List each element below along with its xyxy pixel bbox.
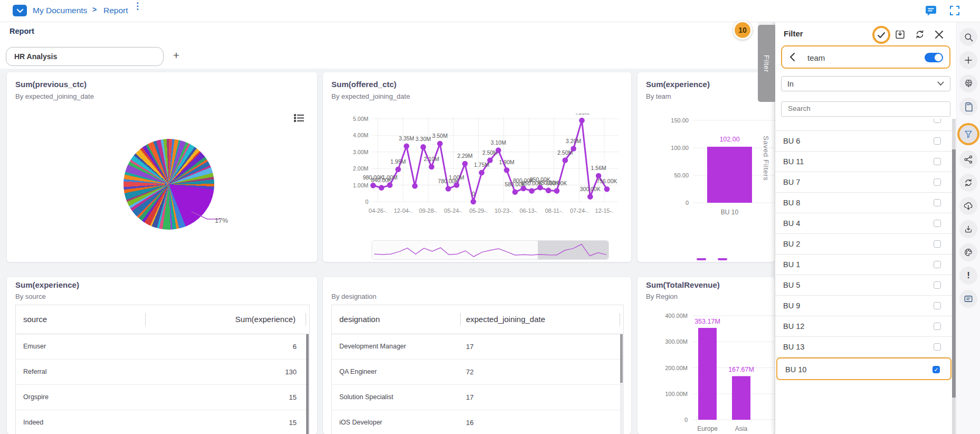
chat-icon[interactable] xyxy=(925,5,937,18)
download-icon[interactable] xyxy=(959,220,977,238)
filter-item-bu-1[interactable]: BU 1 xyxy=(775,254,953,275)
memory-card-icon[interactable] xyxy=(959,98,977,116)
checkbox[interactable] xyxy=(934,158,941,165)
checkbox[interactable] xyxy=(934,240,941,248)
search-input[interactable] xyxy=(787,104,937,113)
svg-text:3.20M: 3.20M xyxy=(566,138,581,144)
table-row[interactable]: Emuser6 xyxy=(16,334,309,360)
checkbox[interactable]: ✓ xyxy=(933,366,940,373)
table-row[interactable]: Referral130 xyxy=(16,360,309,385)
filter-item-bu-9[interactable]: BU 9 xyxy=(775,296,953,316)
table-row[interactable]: QA Engineer72 xyxy=(332,360,623,385)
cell-value: 6 xyxy=(293,343,297,351)
refresh-filter-icon[interactable] xyxy=(914,28,926,41)
region-bar-chart[interactable]: 0100.00M200.00M300.00M400.00M353.17MEuro… xyxy=(638,308,775,434)
share-icon[interactable] xyxy=(959,150,977,168)
svg-text:0: 0 xyxy=(686,200,689,206)
filter-item-bu-10[interactable]: BU 10✓ xyxy=(776,357,952,380)
cloud-download-icon[interactable] xyxy=(959,197,977,215)
svg-text:2.50M: 2.50M xyxy=(482,149,498,156)
close-filter-icon[interactable] xyxy=(933,28,945,41)
line-chart[interactable]: 01.00M2.00M3.00M4.00M5.00M04-26-.12-04-.… xyxy=(334,114,629,224)
column-header-source[interactable]: source xyxy=(23,315,47,324)
breadcrumb-report[interactable]: Report xyxy=(103,6,128,15)
column-header-sum-experience[interactable]: Sum(experience) xyxy=(235,315,296,324)
filter-item-bu-8[interactable]: BU 8 xyxy=(775,193,953,213)
filter-search-box[interactable] xyxy=(781,101,950,117)
saved-filters-side-tab[interactable]: Saved Filters xyxy=(759,129,773,187)
svg-text:1.90M: 1.90M xyxy=(499,159,515,165)
column-divider xyxy=(620,313,620,326)
checkbox[interactable] xyxy=(934,119,941,123)
filter-field-card[interactable]: team xyxy=(781,45,950,69)
table-row[interactable]: Solution Specialist17 xyxy=(332,385,623,410)
checkbox[interactable] xyxy=(934,302,941,309)
table-row[interactable]: iOS Developer16 xyxy=(332,410,623,434)
table-scrollbar[interactable] xyxy=(620,334,623,434)
table-header[interactable]: designation expected_joining_date xyxy=(332,305,623,334)
filter-item-bu-7[interactable]: BU 7 xyxy=(775,172,953,193)
table-row[interactable]: Indeed15 xyxy=(16,410,309,434)
filter-item-bu-13[interactable]: BU 13 xyxy=(775,337,953,357)
theme-palette-icon[interactable] xyxy=(959,243,977,261)
filter-item-bu-4[interactable]: BU 4 xyxy=(775,213,953,234)
svg-text:1.56M: 1.56M xyxy=(591,165,606,171)
add-tab-button[interactable]: + xyxy=(169,48,184,63)
team-bar-chart[interactable]: 050.00100.00150.00102.00BU 10 xyxy=(638,109,775,231)
column-header-designation[interactable]: designation xyxy=(339,315,380,324)
filter-item-bu-12[interactable]: BU 12 xyxy=(775,316,953,337)
filter-item-bu-11[interactable]: BU 11 xyxy=(775,152,953,172)
filter-side-tab[interactable]: Filter xyxy=(758,25,775,102)
filter-item-label: BU 12 xyxy=(783,322,804,331)
widget-subtitle: By Region xyxy=(646,293,678,300)
back-chevron-icon[interactable] xyxy=(789,52,795,64)
fullscreen-icon[interactable] xyxy=(949,5,960,18)
scrollbar-thumb[interactable] xyxy=(952,149,956,398)
search-icon[interactable] xyxy=(959,28,977,46)
svg-text:10-23-.: 10-23-. xyxy=(494,207,513,214)
operator-select[interactable]: In xyxy=(781,76,950,91)
filter-item-partial[interactable] xyxy=(775,119,953,131)
table-header[interactable]: source Sum(experience) xyxy=(16,305,309,334)
filter-icon[interactable] xyxy=(959,125,977,143)
legend-list-icon[interactable] xyxy=(294,114,305,125)
scrollbar-thumb[interactable] xyxy=(620,334,623,383)
checkbox[interactable] xyxy=(934,220,941,227)
filter-panel-scrollbar[interactable] xyxy=(952,119,956,434)
checkbox[interactable] xyxy=(934,343,941,351)
cell-label: iOS Developer xyxy=(339,419,382,426)
folder-icon[interactable] xyxy=(13,5,27,16)
comments-icon[interactable] xyxy=(959,290,977,308)
widget-subtitle: By source xyxy=(15,293,46,300)
ai-insights-icon[interactable] xyxy=(959,74,977,92)
svg-text:2.00M: 2.00M xyxy=(353,165,368,172)
refresh-icon[interactable] xyxy=(959,174,977,192)
right-toolbar: ! xyxy=(956,22,980,434)
table-scrollbar[interactable] xyxy=(306,334,309,434)
filter-item-bu-5[interactable]: BU 5 xyxy=(775,275,953,296)
breadcrumb-kebab-menu-icon[interactable]: ⋮ xyxy=(133,4,139,8)
alert-icon[interactable]: ! xyxy=(959,267,977,285)
svg-text:07-24-.: 07-24-. xyxy=(570,207,588,214)
save-filter-icon[interactable] xyxy=(893,28,906,41)
checkbox[interactable] xyxy=(934,178,941,186)
filter-item-bu-6[interactable]: BU 6 xyxy=(775,131,953,152)
pie-slice-label: 17% xyxy=(215,217,228,224)
scrollbar-thumb[interactable] xyxy=(306,334,309,434)
filter-enable-toggle[interactable] xyxy=(925,53,943,62)
checkbox[interactable] xyxy=(934,199,941,206)
checkbox[interactable] xyxy=(934,323,941,330)
breadcrumb-my-documents[interactable]: My Documents xyxy=(33,6,87,15)
checkbox[interactable] xyxy=(934,137,941,145)
checkbox[interactable] xyxy=(934,261,941,268)
table-row[interactable]: Orgspire15 xyxy=(16,385,309,410)
range-navigator[interactable] xyxy=(372,240,609,260)
table-row[interactable]: Development Manager17 xyxy=(332,334,623,360)
svg-text:4.90M: 4.90M xyxy=(574,114,589,116)
column-header-expected-joining-date[interactable]: expected_joining_date xyxy=(466,315,545,324)
tab-hr-analysis[interactable]: HR Analysis xyxy=(6,47,164,66)
add-widget-icon[interactable] xyxy=(959,51,977,69)
apply-filter-button[interactable] xyxy=(872,26,890,44)
checkbox[interactable] xyxy=(934,281,941,289)
filter-item-bu-2[interactable]: BU 2 xyxy=(775,234,953,254)
